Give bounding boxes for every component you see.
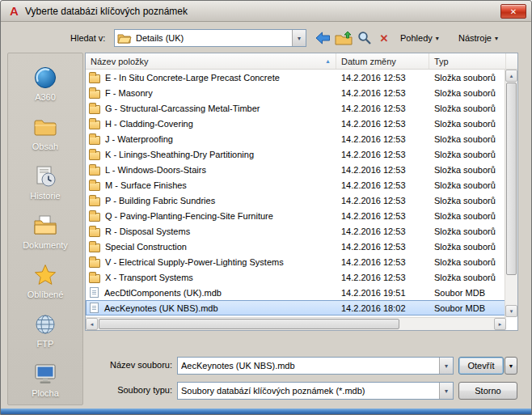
- sidebar-item-label: Plocha: [32, 388, 59, 398]
- places-sidebar: A360 Obsah Historie: [7, 53, 83, 405]
- location-dropdown-button[interactable]: ▾: [292, 30, 306, 46]
- scroll-left-button[interactable]: ◄: [86, 318, 98, 330]
- sidebar-item-a360[interactable]: A360: [8, 58, 82, 108]
- file-name: K - Linings-Sheathing-Dry Partitioning: [105, 150, 254, 159]
- row-name-cell: H - Cladding-Covering: [86, 118, 336, 129]
- sidebar-item-label: Dokumenty: [23, 240, 68, 250]
- table-row[interactable]: L - Windows-Doors-Stairs 14.2.2016 12:53…: [86, 162, 506, 177]
- table-row[interactable]: AecDtlComponents (UK).mdb 14.2.2016 19:5…: [86, 285, 506, 300]
- back-button[interactable]: [313, 29, 332, 47]
- row-name-cell: X - Transport Systems: [86, 272, 336, 283]
- table-row[interactable]: F - Masonry 14.2.2016 12:53 Složka soubo…: [86, 85, 506, 100]
- column-header-date[interactable]: Datum změny: [336, 53, 429, 69]
- table-row[interactable]: G - Structural-Carcassing Metal-Timber 1…: [86, 100, 506, 116]
- vertical-scroll-thumb[interactable]: [506, 83, 517, 275]
- file-date: 14.2.2016 12:53: [336, 257, 429, 267]
- scroll-right-button[interactable]: ►: [494, 318, 506, 330]
- scroll-up-button[interactable]: ▲: [505, 70, 517, 82]
- table-row[interactable]: Q - Paving-Planting-Fencing-Site Furnitu…: [86, 208, 506, 223]
- cancel-button[interactable]: Storno: [458, 382, 517, 400]
- file-type: Soubor MDB: [429, 288, 506, 298]
- file-name: F - Masonry: [105, 88, 153, 98]
- close-button[interactable]: ✕: [500, 4, 526, 19]
- sidebar-item-label: Historie: [30, 191, 60, 201]
- folder-icon: [89, 228, 100, 237]
- chevron-down-icon: ▾: [495, 35, 498, 42]
- up-one-level-button[interactable]: [334, 29, 353, 47]
- file-name: J - Waterproofing: [105, 134, 173, 144]
- row-name-cell: F - Masonry: [86, 87, 336, 99]
- folder-up-icon: [335, 31, 353, 45]
- scroll-down-button[interactable]: ▼: [505, 305, 517, 317]
- folder-icon: [89, 90, 100, 99]
- table-row[interactable]: V - Electrical Supply-Power-Lighting Sys…: [86, 254, 506, 269]
- desktop-monitor-icon: [33, 361, 57, 387]
- sidebar-item-favorites[interactable]: Oblíbené: [8, 256, 82, 305]
- row-name-cell: M - Surface Finishes: [86, 180, 336, 191]
- vertical-scrollbar[interactable]: ▲ ▼: [505, 70, 517, 317]
- sidebar-item-documents[interactable]: Dokumenty: [8, 206, 82, 256]
- horizontal-scrollbar[interactable]: ◄ ►: [86, 317, 506, 330]
- file-date: 14.2.2016 12:53: [336, 180, 429, 190]
- folder-icon: [89, 213, 100, 222]
- table-row[interactable]: K - Linings-Sheathing-Dry Partitioning 1…: [86, 146, 506, 162]
- open-button[interactable]: Otevřít: [458, 357, 504, 375]
- folder-icon: [89, 197, 100, 206]
- table-row[interactable]: H - Cladding-Covering 14.2.2016 12:53 Sl…: [86, 116, 506, 131]
- file-date: 14.2.2016 12:53: [336, 88, 429, 98]
- file-name: Q - Paving-Planting-Fencing-Site Furnitu…: [105, 211, 273, 221]
- table-row[interactable]: R - Disposal Systems 14.2.2016 12:53 Slo…: [86, 223, 506, 239]
- sidebar-item-ftp[interactable]: FTP: [8, 305, 82, 354]
- row-name-cell: P - Building Fabric Sundries: [86, 195, 336, 206]
- views-menu-button[interactable]: Pohledy ▾: [397, 29, 442, 47]
- sidebar-item-content[interactable]: Obsah: [8, 108, 82, 157]
- folder-icon: [89, 182, 100, 191]
- file-date: 14.2.2016 12:53: [336, 119, 429, 129]
- file-date: 14.2.2016 12:53: [336, 104, 429, 113]
- chevron-down-icon: ▼: [509, 363, 514, 369]
- file-type: Složka souborů: [429, 134, 506, 144]
- folder-icon: [89, 274, 100, 283]
- titlebar: A Vyberte databázi klíčových poznámek ✕: [1, 1, 531, 22]
- location-combobox[interactable]: Details (UK) ▾: [114, 29, 306, 47]
- table-row[interactable]: P - Building Fabric Sundries 14.2.2016 1…: [86, 193, 506, 208]
- folder-icon: [89, 74, 100, 83]
- table-row[interactable]: AecKeynotes (UK NBS).mdb 14.2.2016 18:02…: [86, 300, 506, 315]
- tools-menu-button[interactable]: Nástroje ▾: [455, 29, 501, 47]
- search-button[interactable]: [355, 29, 374, 47]
- file-date: 14.2.2016 18:02: [336, 303, 429, 313]
- sidebar-item-desktop[interactable]: Plocha: [8, 354, 82, 404]
- file-type: Složka souborů: [429, 73, 506, 83]
- column-header-type[interactable]: Typ: [429, 53, 506, 69]
- file-type: Složka souborů: [429, 88, 506, 98]
- table-row[interactable]: X - Transport Systems 14.2.2016 12:53 Sl…: [86, 269, 506, 285]
- column-header-label: Název položky: [91, 57, 149, 66]
- file-name: H - Cladding-Covering: [105, 119, 193, 129]
- table-row[interactable]: Special Construction 14.2.2016 12:53 Slo…: [86, 239, 506, 254]
- file-name: R - Disposal Systems: [105, 227, 190, 236]
- file-type-dropdown-button[interactable]: ▾: [439, 383, 453, 399]
- row-name-cell: G - Structural-Carcassing Metal-Timber: [86, 103, 336, 114]
- file-name-combobox[interactable]: ▾: [177, 357, 454, 375]
- sidebar-item-history[interactable]: Historie: [8, 157, 82, 206]
- window-bottom-border: [1, 409, 531, 414]
- column-header-name[interactable]: Název položky ▲: [86, 53, 336, 69]
- delete-button[interactable]: ✕: [376, 29, 392, 47]
- table-row[interactable]: M - Surface Finishes 14.2.2016 12:53 Slo…: [86, 177, 506, 193]
- table-row[interactable]: J - Waterproofing 14.2.2016 12:53 Složka…: [86, 131, 506, 146]
- horizontal-scroll-thumb[interactable]: [99, 319, 399, 329]
- file-type-combobox[interactable]: Soubory databází klíčových poznámek (*.m…: [177, 382, 454, 400]
- close-icon: ✕: [510, 7, 517, 16]
- table-row[interactable]: E - In Situ Concrete-Large Precast Concr…: [86, 70, 506, 85]
- file-name-input[interactable]: [178, 361, 439, 371]
- open-options-button[interactable]: ▼: [505, 357, 517, 375]
- file-name-dropdown-button[interactable]: ▾: [439, 358, 453, 374]
- row-name-cell: K - Linings-Sheathing-Dry Partitioning: [86, 149, 336, 160]
- folder-icon: [89, 243, 100, 252]
- documents-icon: [33, 213, 57, 239]
- file-date: 14.2.2016 12:53: [336, 273, 429, 282]
- a360-icon: [33, 65, 57, 91]
- scroll-up-icon: ▲: [509, 74, 514, 78]
- row-name-cell: E - In Situ Concrete-Large Precast Concr…: [86, 72, 336, 83]
- sidebar-item-label: Oblíbené: [27, 290, 64, 299]
